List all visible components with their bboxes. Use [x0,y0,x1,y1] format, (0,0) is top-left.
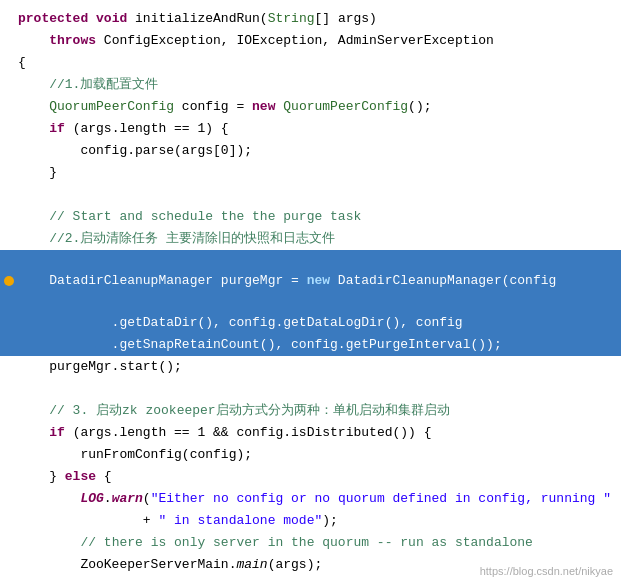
code-line-25: } [0,576,621,581]
code-content-12: DatadirCleanupManager purgeMgr = new Dat… [18,271,613,292]
code-line-13: .getDataDir(), config.getDataLogDir(), c… [0,312,621,334]
code-line-6: if (args.length == 1) { [0,118,621,140]
code-content-5: QuorumPeerConfig config = new QuorumPeer… [18,97,613,118]
code-content-3: { [18,53,613,74]
code-line-4: //1.加载配置文件 [0,74,621,96]
code-content-14: .getSnapRetainCount(), config.getPurgeIn… [18,335,613,356]
code-content-17: // 3. 启动zk zookeeper启动方式分为两种：单机启动和集群启动 [18,401,613,422]
code-line-15: purgeMgr.start(); [0,356,621,378]
code-content-10: // Start and schedule the the purge task [18,207,613,228]
code-content-11: //2.启动清除任务 主要清除旧的快照和日志文件 [18,229,613,250]
code-content-19: runFromConfig(config); [18,445,613,466]
code-line-14: .getSnapRetainCount(), config.getPurgeIn… [0,334,621,356]
code-content-7: config.parse(args[0]); [18,141,613,162]
code-content-18: if (args.length == 1 && config.isDistrib… [18,423,613,444]
code-content-8: } [18,163,613,184]
code-content-1: protected void initializeAndRun(String[]… [18,9,613,30]
code-line-23: // there is only server in the quorum --… [0,532,621,554]
line-indicator-12 [8,250,18,312]
code-block: protected void initializeAndRun(String[]… [0,0,621,581]
watermark: https://blog.csdn.net/nikyae [480,565,613,577]
code-content-20: } else { [18,467,613,488]
code-content-22: + " in standalone mode"); [18,511,613,532]
code-content-23: // there is only server in the quorum --… [18,533,613,554]
code-line-21: LOG.warn("Either no config or no quorum … [0,488,621,510]
code-line-2: throws ConfigException, IOException, Adm… [0,30,621,52]
code-content-21: LOG.warn("Either no config or no quorum … [18,489,613,510]
code-line-1: protected void initializeAndRun(String[]… [0,8,621,30]
code-line-12: DatadirCleanupManager purgeMgr = new Dat… [0,250,621,312]
code-content-6: if (args.length == 1) { [18,119,613,140]
code-line-7: config.parse(args[0]); [0,140,621,162]
code-content-16 [18,379,613,400]
code-line-10: // Start and schedule the the purge task [0,206,621,228]
code-line-3: { [0,52,621,74]
code-line-22: + " in standalone mode"); [0,510,621,532]
orange-dot [4,276,14,286]
code-content-2: throws ConfigException, IOException, Adm… [18,31,613,52]
code-content-9 [18,185,613,206]
code-line-11: //2.启动清除任务 主要清除旧的快照和日志文件 [0,228,621,250]
code-line-19: runFromConfig(config); [0,444,621,466]
code-container: protected void initializeAndRun(String[]… [0,0,621,581]
code-line-20: } else { [0,466,621,488]
code-content-25: } [18,577,613,581]
code-line-9 [0,184,621,206]
code-content-13: .getDataDir(), config.getDataLogDir(), c… [18,313,613,334]
code-content-4: //1.加载配置文件 [18,75,613,96]
code-line-17: // 3. 启动zk zookeeper启动方式分为两种：单机启动和集群启动 [0,400,621,422]
code-line-16 [0,378,621,400]
code-content-15: purgeMgr.start(); [18,357,613,378]
code-line-18: if (args.length == 1 && config.isDistrib… [0,422,621,444]
code-line-5: QuorumPeerConfig config = new QuorumPeer… [0,96,621,118]
code-line-8: } [0,162,621,184]
